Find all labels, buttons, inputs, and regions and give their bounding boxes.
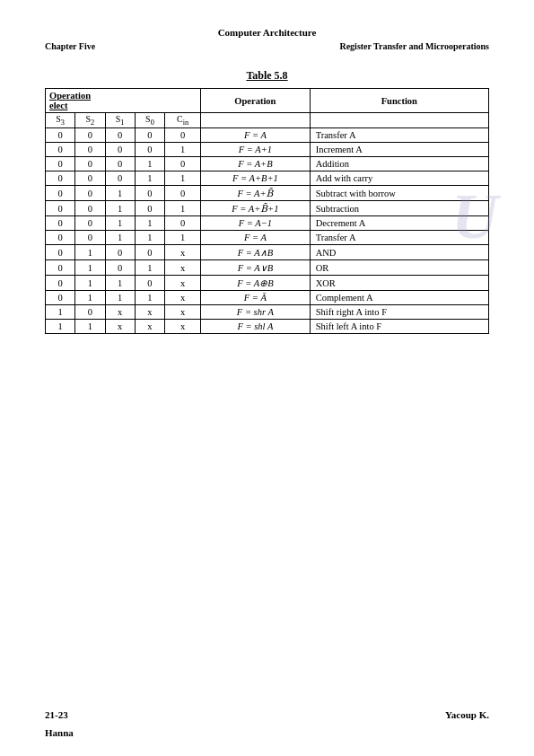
op-cell: F = A [201,231,311,245]
func-cell: Transfer A [310,231,488,245]
table-row: 0110xF = A⊕BXOR [46,276,489,291]
table-row: 00100F = A+B̄Subtract with borrow [46,186,489,201]
cin-cell: 0 [165,216,201,231]
s2-cell: 0 [75,305,105,320]
func-sub-header [310,113,488,128]
func-cell: Complement A [310,291,488,305]
page: Computer Architecture Chapter Five Regis… [0,0,534,756]
s3-cell: 0 [46,245,75,260]
func-cell: Increment A [310,143,488,157]
s3-cell: 0 [46,143,75,157]
s0-header: S0 [135,113,164,128]
sub-header-row: S3 S2 S1 S0 Cin [46,113,489,128]
s2-cell: 1 [75,320,105,334]
s1-cell: 1 [105,231,135,245]
s2-cell: 1 [75,291,105,305]
s1-cell: 0 [105,143,135,157]
op-cell: F = A+B+1 [201,171,311,186]
table-title: Table 5.8 [45,69,489,83]
op-cell: F = A−1 [201,216,311,231]
cin-cell: x [165,305,201,320]
s2-cell: 0 [75,157,105,171]
s1-cell: 1 [105,201,135,216]
table-row: 0111xF = ĀComplement A [46,291,489,305]
s1-cell: 1 [105,276,135,291]
s0-cell: 0 [135,245,164,260]
cin-cell: 1 [165,171,201,186]
s2-cell: 1 [75,260,105,276]
s3-cell: 0 [46,276,75,291]
s1-cell: 1 [105,291,135,305]
s0-cell: 0 [135,186,164,201]
func-cell: Shift left A into F [310,320,488,334]
cin-cell: 1 [165,231,201,245]
cin-cell: x [165,260,201,276]
op-cell: F = A+B̄ [201,186,311,201]
s1-cell: 0 [105,157,135,171]
table-row: 00010F = A+BAddition [46,157,489,171]
s3-cell: 0 [46,157,75,171]
func-cell: Add with carry [310,171,488,186]
footer-row: 21-23 Yacoup K. [45,709,489,720]
s0-cell: x [135,305,164,320]
op-cell: F = Ā [201,291,311,305]
table-row: 00110F = A−1Decrement A [46,216,489,231]
cin-cell: x [165,320,201,334]
author-name: Yacoup K. [445,709,489,720]
op-cell: F = shr A [201,305,311,320]
page-title: Computer Architecture [45,27,489,38]
s2-cell: 1 [75,245,105,260]
cin-cell: 0 [165,157,201,171]
s2-header: S2 [75,113,105,128]
cin-cell: x [165,291,201,305]
s1-header: S1 [105,113,135,128]
s1-cell: 0 [105,171,135,186]
op-sub-header [201,113,311,128]
func-cell: Transfer A [310,128,488,143]
table-row: 0101xF = A∨BOR [46,260,489,276]
op-cell: F = A∨B [201,260,311,276]
s0-cell: 0 [135,128,164,143]
s1-cell: 0 [105,245,135,260]
cin-cell: x [165,245,201,260]
table-row: 0100xF = A∧BAND [46,245,489,260]
cin-cell: 0 [165,186,201,201]
s0-cell: 1 [135,231,164,245]
main-table: Operationelect Operation Function S3 S2 … [45,88,489,334]
s2-cell: 0 [75,231,105,245]
s2-cell: 1 [75,276,105,291]
header-row: Chapter Five Register Transfer and Micro… [45,41,489,51]
s2-cell: 0 [75,186,105,201]
s0-cell: x [135,320,164,334]
s2-cell: 0 [75,143,105,157]
header-row-1: Operationelect Operation Function [46,89,489,113]
cin-header: Cin [165,113,201,128]
func-cell: Shift right A into F [310,305,488,320]
s1-cell: x [105,305,135,320]
s3-cell: 0 [46,201,75,216]
table-row: 00111F = ATransfer A [46,231,489,245]
topic-label: Register Transfer and Microoperations [339,41,489,51]
func-cell: OR [310,260,488,276]
operation-select-header: Operationelect [46,89,201,113]
s3-header: S3 [46,113,75,128]
cin-cell: 1 [165,143,201,157]
s2-cell: 0 [75,128,105,143]
s3-cell: 0 [46,231,75,245]
table-row: 00011F = A+B+1Add with carry [46,171,489,186]
cin-cell: x [165,276,201,291]
s0-cell: 1 [135,260,164,276]
s1-cell: 0 [105,260,135,276]
page-number: 21-23 [45,709,68,720]
cin-cell: 1 [165,201,201,216]
s1-cell: 1 [105,216,135,231]
table-row: 00101F = A+B̄+1Subtraction [46,201,489,216]
function-col-header: Function [310,89,488,113]
s2-cell: 0 [75,201,105,216]
s0-cell: 0 [135,276,164,291]
func-cell: XOR [310,276,488,291]
s3-cell: 1 [46,305,75,320]
s3-cell: 1 [46,320,75,334]
table-body: 00000F = ATransfer A00001F = A+1Incremen… [46,128,489,334]
s3-cell: 0 [46,128,75,143]
